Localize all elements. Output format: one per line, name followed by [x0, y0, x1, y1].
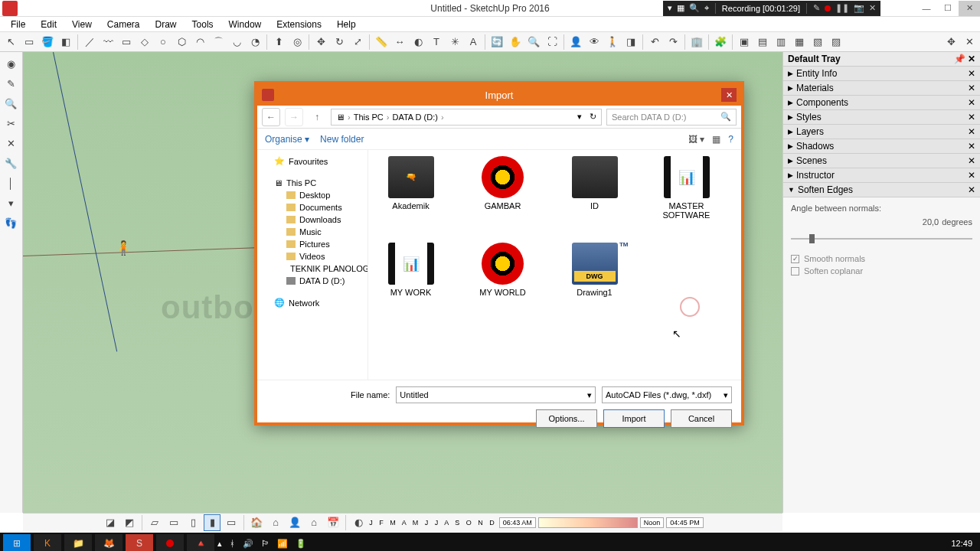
- position-tool-2[interactable]: ⌂: [267, 514, 284, 531]
- panel-entity-info[interactable]: ▶Entity Info✕: [783, 67, 980, 81]
- vtool-9[interactable]: 👣: [2, 214, 20, 232]
- action-icon[interactable]: 🏳: [261, 539, 270, 549]
- menu-file[interactable]: File: [5, 18, 31, 31]
- dimension-tool[interactable]: ↔: [391, 34, 408, 51]
- 3dtext-tool[interactable]: A: [465, 34, 482, 51]
- look-tool-2[interactable]: 👤: [286, 514, 303, 531]
- task-recorder[interactable]: [156, 534, 184, 551]
- nav-tree[interactable]: ⭐ Favourites 🖥 This PC Desktop Documents…: [257, 150, 368, 380]
- view-front[interactable]: ▯: [185, 514, 201, 531]
- pie-tool[interactable]: ◔: [247, 34, 263, 51]
- cancel-button[interactable]: Cancel: [671, 409, 732, 428]
- rec-record-icon[interactable]: [825, 5, 831, 11]
- minimize-button[interactable]: —: [916, 1, 937, 16]
- volume-icon[interactable]: 🔊: [243, 539, 253, 549]
- crumb-1[interactable]: This PC: [354, 112, 384, 122]
- select-tool[interactable]: ↖: [2, 34, 19, 51]
- options-button[interactable]: Options...: [536, 409, 597, 428]
- arc3-tool[interactable]: ◡: [228, 34, 245, 51]
- position-camera-tool[interactable]: 👤: [567, 34, 584, 51]
- panel-styles[interactable]: ▶Styles✕: [783, 110, 980, 125]
- tree-pictures[interactable]: Pictures: [260, 238, 364, 250]
- pan-tool[interactable]: ✋: [507, 34, 524, 51]
- smooth-normals-checkbox[interactable]: ✓Smooth normals: [791, 254, 972, 263]
- angle-slider[interactable]: [791, 231, 972, 246]
- circle-tool[interactable]: ○: [155, 34, 172, 51]
- polygon-tool[interactable]: ⬡: [173, 34, 190, 51]
- search-input[interactable]: Search DATA D (D:) 🔍: [606, 109, 737, 126]
- rec-menu-icon[interactable]: ▾: [668, 3, 672, 13]
- task-firefox[interactable]: 🦊: [95, 534, 122, 551]
- nav-forward-button[interactable]: →: [285, 108, 303, 126]
- rec-camera-icon[interactable]: 📷: [854, 3, 864, 13]
- camera-tool-2[interactable]: 📅: [325, 514, 341, 531]
- panel-scenes[interactable]: ▶Scenes✕: [783, 154, 980, 168]
- rec-edit-icon[interactable]: ✎: [813, 3, 820, 13]
- rectangle-tool[interactable]: ▭: [118, 34, 135, 51]
- nav-up-button[interactable]: ↑: [308, 108, 326, 126]
- section-tool-2[interactable]: ⌂: [305, 514, 322, 531]
- help-button[interactable]: ?: [728, 134, 733, 145]
- item-my-work[interactable]: MY WORK: [374, 243, 447, 297]
- new-folder-button[interactable]: New folder: [320, 134, 364, 145]
- file-list[interactable]: 🔫Akademik GAMBAR ID MASTER SOFTWARE MY W…: [368, 150, 741, 380]
- move-tool[interactable]: ✥: [312, 34, 329, 51]
- menu-help[interactable]: Help: [331, 18, 362, 31]
- shadow-toggle[interactable]: ◐: [350, 514, 367, 531]
- maximize-button[interactable]: ☐: [937, 1, 959, 16]
- tree-favourites[interactable]: ⭐ Favourites: [260, 155, 364, 168]
- shadow-tool-2[interactable]: ◩: [121, 514, 138, 531]
- rotate-tool[interactable]: ↻: [331, 34, 348, 51]
- menu-extensions[interactable]: Extensions: [270, 18, 328, 31]
- item-drawing1[interactable]: Drawing1: [558, 243, 631, 297]
- panel-materials[interactable]: ▶Materials✕: [783, 81, 980, 96]
- view-mode-button[interactable]: 🖼 ▾: [688, 134, 704, 145]
- vtool-3[interactable]: 🔍: [2, 94, 20, 112]
- recording-panel[interactable]: ▾ ▦ 🔍 ⌖ Recording [00:01:29] ✎ ❚❚ 📷 ✕: [663, 1, 880, 16]
- rec-pause-icon[interactable]: ❚❚: [835, 3, 849, 13]
- view-details-button[interactable]: ▦: [712, 134, 720, 145]
- breadcrumb[interactable]: 🖥 › This PC › DATA D (D:) › ▾ ↻: [331, 109, 602, 126]
- text-tool[interactable]: T: [428, 34, 445, 51]
- solid-tool-1[interactable]: ▣: [736, 34, 753, 51]
- section-tool[interactable]: ◨: [622, 34, 639, 51]
- zoom-tool[interactable]: 🔍: [525, 34, 542, 51]
- item-my-world[interactable]: MY WORLD: [466, 243, 539, 297]
- tree-videos[interactable]: Videos: [260, 250, 364, 262]
- close-button[interactable]: ✕: [959, 1, 980, 16]
- rec-target-icon[interactable]: ⌖: [704, 3, 709, 13]
- rec-grid-icon[interactable]: ▦: [677, 3, 684, 13]
- menu-draw[interactable]: Draw: [149, 18, 183, 31]
- time-gradient[interactable]: [538, 517, 638, 528]
- tree-desktop[interactable]: Desktop: [260, 189, 364, 201]
- nav-back-button[interactable]: ←: [262, 108, 280, 126]
- solid-tool-3[interactable]: ▥: [773, 34, 789, 51]
- view-top[interactable]: ▭: [165, 514, 182, 531]
- menu-view[interactable]: View: [66, 18, 98, 31]
- tree-music[interactable]: Music: [260, 226, 364, 238]
- dialog-close-button[interactable]: ✕: [721, 88, 737, 102]
- pushpull-tool[interactable]: ⬆: [270, 34, 287, 51]
- vtool-6[interactable]: 🔧: [2, 154, 20, 172]
- battery-icon[interactable]: 🔋: [296, 539, 306, 549]
- soften-coplanar-checkbox[interactable]: Soften coplanar: [791, 266, 972, 276]
- menu-window[interactable]: Window: [223, 18, 268, 31]
- organise-button[interactable]: Organise ▾: [265, 134, 309, 145]
- protractor-tool[interactable]: ◐: [410, 34, 426, 51]
- zoom-extents-tool[interactable]: ⛶: [544, 34, 560, 51]
- item-master-software[interactable]: MASTER SOFTWARE: [650, 156, 723, 220]
- offset-tool[interactable]: ◎: [289, 34, 305, 51]
- scale-tool[interactable]: ⤢: [349, 34, 366, 51]
- import-button[interactable]: Import: [603, 409, 665, 428]
- rotated-rect-tool[interactable]: ◇: [136, 34, 153, 51]
- item-id[interactable]: ID: [558, 156, 631, 220]
- shadow-tool-1[interactable]: ◪: [102, 514, 119, 531]
- right-tool-close[interactable]: ✕: [961, 34, 978, 51]
- bluetooth-icon[interactable]: ᚼ: [230, 539, 235, 549]
- tape-tool[interactable]: 📏: [373, 34, 390, 51]
- walk-tool[interactable]: 🚶: [604, 34, 621, 51]
- filetype-select[interactable]: AutoCAD Files (*.dwg, *.dxf)▾: [602, 386, 732, 403]
- item-gambar[interactable]: GAMBAR: [466, 156, 539, 220]
- solid-tool-4[interactable]: ▦: [791, 34, 808, 51]
- solid-tool-5[interactable]: ▧: [809, 34, 826, 51]
